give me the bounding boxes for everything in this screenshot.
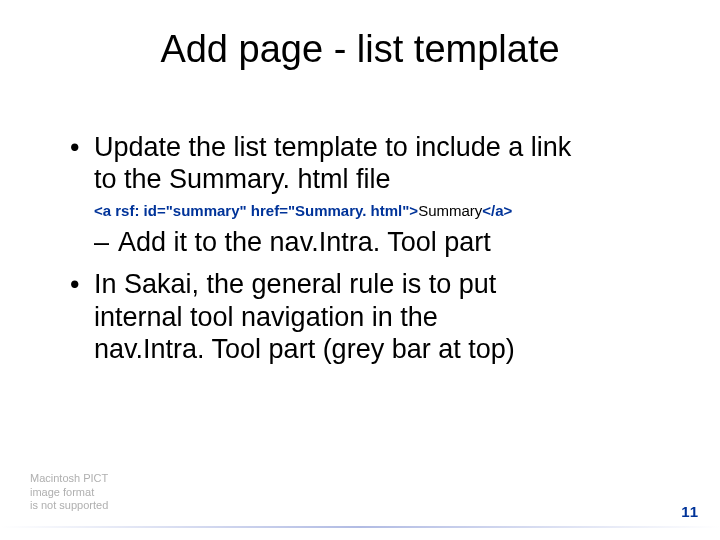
code-open: <a rsf: id="summary" href="Summary. html… (94, 202, 418, 219)
code-snippet: <a rsf: id="summary" href="Summary. html… (70, 202, 680, 220)
slide: Add page - list template Update the list… (0, 0, 720, 540)
slide-title: Add page - list template (0, 0, 720, 71)
bullet-2-line-2: internal tool navigation in the (94, 302, 438, 332)
bullet-1: Update the list template to include a li… (70, 131, 680, 196)
bullet-2-line-1: In Sakai, the general rule is to put (94, 269, 496, 299)
bullet-1-line-2: to the Summary. html file (94, 164, 391, 194)
placeholder-line-3: is not supported (30, 499, 108, 511)
image-placeholder: Macintosh PICT image format is not suppo… (30, 472, 108, 512)
placeholder-line-2: image format (30, 486, 94, 498)
bullet-2-line-3: nav.Intra. Tool part (grey bar at top) (94, 334, 515, 364)
bullet-2: In Sakai, the general rule is to put int… (70, 268, 680, 365)
placeholder-line-1: Macintosh PICT (30, 472, 108, 484)
page-number: 11 (681, 503, 698, 520)
sub-bullet-1: Add it to the nav.Intra. Tool part (70, 226, 680, 258)
footer-divider (0, 526, 720, 528)
code-text: Summary (418, 202, 482, 219)
code-close: </a> (482, 202, 512, 219)
bullet-1-line-1: Update the list template to include a li… (94, 132, 571, 162)
slide-content: Update the list template to include a li… (0, 131, 720, 365)
